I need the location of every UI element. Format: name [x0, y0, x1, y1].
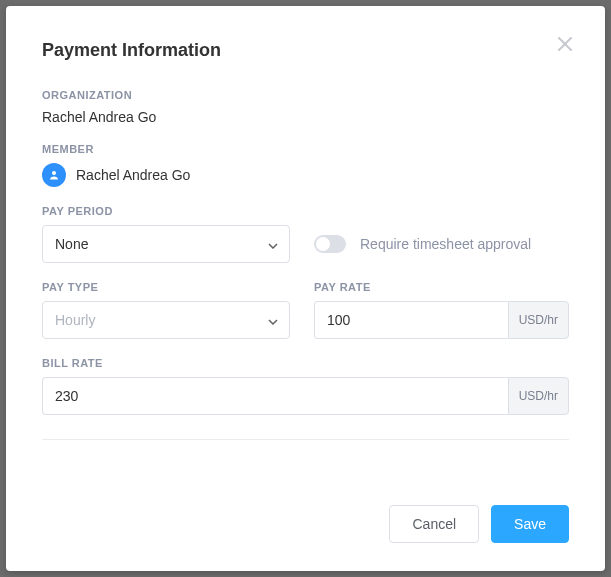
svg-point-2 — [52, 171, 56, 175]
pay-rate-suffix: USD/hr — [508, 301, 569, 339]
member-label: Member — [42, 143, 569, 155]
payment-information-modal: Payment Information Organization Rachel … — [6, 6, 605, 571]
member-value: Rachel Andrea Go — [76, 167, 190, 183]
timesheet-approval-toggle[interactable] — [314, 235, 346, 253]
pay-rate-label: Pay Rate — [314, 281, 569, 293]
bill-rate-suffix: USD/hr — [508, 377, 569, 415]
divider — [42, 439, 569, 440]
save-button[interactable]: Save — [491, 505, 569, 543]
pay-period-label: Pay Period — [42, 205, 290, 217]
organization-label: Organization — [42, 89, 569, 101]
close-button[interactable] — [555, 34, 575, 54]
cancel-button[interactable]: Cancel — [389, 505, 479, 543]
pay-rate-input[interactable] — [314, 301, 508, 339]
user-icon — [48, 169, 60, 181]
bill-rate-label: Bill Rate — [42, 357, 569, 369]
pay-period-select[interactable] — [42, 225, 290, 263]
member-field: Member Rachel Andrea Go — [42, 143, 569, 187]
bill-rate-input[interactable] — [42, 377, 508, 415]
avatar — [42, 163, 66, 187]
timesheet-approval-label: Require timesheet approval — [360, 236, 531, 252]
pay-type-select[interactable] — [42, 301, 290, 339]
bill-rate-field: Bill Rate USD/hr — [42, 357, 569, 415]
modal-title: Payment Information — [42, 40, 569, 61]
organization-value: Rachel Andrea Go — [42, 109, 569, 125]
modal-footer: Cancel Save — [389, 505, 569, 543]
close-icon — [558, 37, 572, 51]
organization-field: Organization Rachel Andrea Go — [42, 89, 569, 125]
toggle-knob — [316, 237, 330, 251]
pay-type-label: Pay Type — [42, 281, 290, 293]
